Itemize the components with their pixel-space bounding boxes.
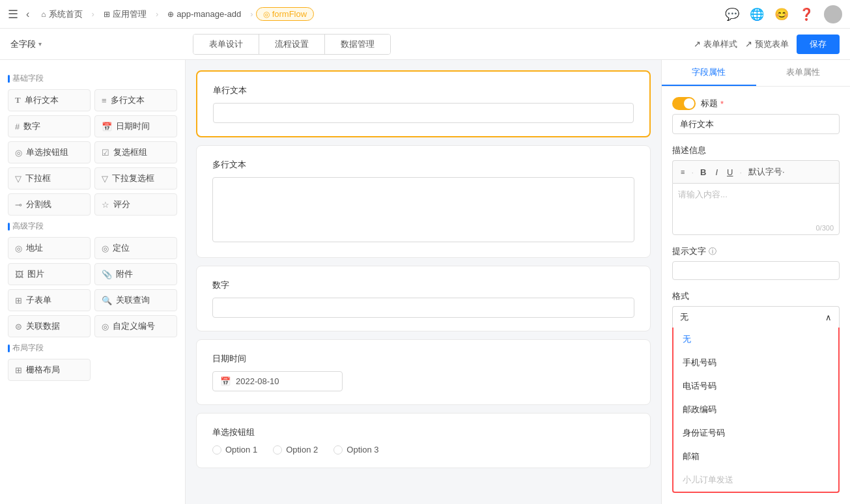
breadcrumb-sep-1: › (92, 9, 94, 19)
canvas-card-datetime[interactable]: 日期时间 📅 2022-08-10 (196, 339, 651, 405)
formflow-icon: ◎ (263, 10, 270, 19)
card-label-single-text: 单行文本 (213, 85, 634, 96)
radio-option-1[interactable]: Option 1 (212, 445, 257, 455)
canvas-card-multi-text[interactable]: 多行文本 (196, 145, 651, 258)
toolbar-sep-2: · (739, 167, 742, 177)
breadcrumb-app-manage[interactable]: ⊞ 应用管理 (97, 7, 153, 21)
title-input[interactable] (672, 114, 840, 134)
save-button[interactable]: 保存 (797, 35, 840, 54)
single-text-icon: T (15, 95, 21, 105)
format-option-none[interactable]: 无 (673, 328, 838, 351)
field-multi-dropdown[interactable]: ▽ 下拉复选框 (94, 167, 177, 189)
divider-icon: ⊸ (15, 200, 22, 210)
tab-form-design[interactable]: 表单设计 (193, 35, 259, 54)
radio-circle-1 (212, 445, 221, 455)
field-image[interactable]: 🖼 图片 (8, 263, 91, 285)
number-input[interactable] (212, 298, 634, 318)
breadcrumb-formflow[interactable]: ◎ formFlow (256, 7, 314, 21)
radio-icon: ◎ (15, 148, 22, 158)
format-option-mobile[interactable]: 手机号码 (673, 351, 838, 374)
field-address[interactable]: ◎ 地址 (8, 237, 91, 259)
field-single-text[interactable]: T 单行文本 (8, 89, 91, 111)
format-option-postal[interactable]: 邮政编码 (673, 398, 838, 421)
canvas-card-number[interactable]: 数字 (196, 266, 651, 331)
align-icon[interactable]: ≡ (678, 167, 687, 177)
hint-input[interactable] (672, 261, 840, 280)
field-assoc-query[interactable]: 🔍 关联查询 (94, 289, 177, 311)
calendar-icon: 📅 (220, 376, 231, 386)
field-assoc-data[interactable]: ⊜ 关联数据 (8, 315, 91, 337)
app-manage-icon: ⊞ (104, 10, 110, 19)
font-size-button[interactable]: 默认字号· (746, 165, 787, 179)
field-grid[interactable]: ⊞ 栅格布局 (8, 359, 91, 381)
menu-icon[interactable]: ☰ (8, 7, 18, 21)
tab-form-props[interactable]: 表单属性 (756, 60, 851, 86)
radio-option-3[interactable]: Option 3 (333, 445, 378, 455)
canvas-card-radio[interactable]: 单选按钮组 Option 1 Option 2 Option 3 (196, 413, 651, 468)
single-text-input[interactable] (213, 103, 634, 123)
second-bar: 全字段 ▾ 表单设计 流程设置 数据管理 ↗ 表单样式 ↗ 预览表单 保存 (0, 29, 850, 60)
field-radio[interactable]: ◎ 单选按钮组 (8, 141, 91, 163)
desc-body[interactable]: 请输入内容... 0/300 (672, 183, 840, 235)
top-nav: ☰ ‹ ⌂ 系统首页 › ⊞ 应用管理 › ⊕ app-manage-add ›… (0, 0, 850, 29)
back-button[interactable]: ‹ (26, 8, 29, 20)
field-location[interactable]: ◎ 定位 (94, 237, 177, 259)
multi-text-input[interactable] (212, 177, 634, 242)
radio-group: Option 1 Option 2 Option 3 (212, 445, 634, 455)
preview-button[interactable]: ↗ 预览表单 (745, 38, 789, 50)
assoc-data-icon: ⊜ (15, 322, 22, 331)
field-checkbox[interactable]: ☑ 复选框组 (94, 141, 177, 163)
field-dropdown[interactable]: ▽ 下拉框 (8, 167, 91, 189)
radio-option-2[interactable]: Option 2 (273, 445, 318, 455)
field-divider[interactable]: ⊸ 分割线 (8, 193, 91, 216)
breadcrumb: ⌂ 系统首页 › ⊞ 应用管理 › ⊕ app-manage-add › ◎ f… (35, 7, 314, 21)
datetime-icon: 📅 (102, 122, 112, 132)
field-dropdown[interactable]: 全字段 ▾ (10, 38, 42, 50)
tab-field-props[interactable]: 字段属性 (662, 60, 756, 86)
checkbox-icon: ☑ (102, 148, 109, 158)
preview-label: 预览表单 (755, 38, 789, 50)
basic-fields-title: 基础字段 (8, 73, 177, 84)
field-attachment[interactable]: 📎 附件 (94, 263, 177, 285)
radio-circle-2 (273, 445, 282, 455)
format-dropdown-list: 无 手机号码 电话号码 邮政编码 身份证号码 邮箱 (672, 328, 840, 493)
format-option-phone[interactable]: 电话号码 (673, 374, 838, 398)
title-prop-label: 标题 * (701, 98, 724, 109)
assoc-query-icon: 🔍 (102, 296, 112, 305)
hint-prop-label: 提示文字 ⓘ (672, 245, 840, 257)
breadcrumb-app-manage-add[interactable]: ⊕ app-manage-add (161, 8, 248, 20)
field-subtable[interactable]: ⊞ 子表单 (8, 289, 91, 311)
bold-button[interactable]: B (698, 166, 709, 178)
italic-button[interactable]: I (713, 166, 720, 178)
preview-icon: ↗ (745, 39, 752, 49)
globe-icon[interactable]: 🌐 (750, 7, 764, 21)
field-custom-no[interactable]: ◎ 自定义编号 (94, 315, 177, 337)
face-icon[interactable]: 😊 (774, 7, 789, 21)
field-number[interactable]: # 数字 (8, 115, 91, 137)
table-style-button[interactable]: ↗ 表单样式 (694, 38, 737, 50)
chat-icon[interactable]: 💬 (725, 7, 739, 21)
table-style-icon: ↗ (694, 39, 701, 49)
avatar[interactable] (824, 5, 842, 23)
main-layout: 基础字段 T 单行文本 ≡ 多行文本 # 数字 📅 日期时间 ◎ 单选按钮组 (0, 60, 850, 504)
canvas-card-single-text[interactable]: 单行文本 (196, 70, 651, 137)
tab-data-manage[interactable]: 数据管理 (325, 35, 390, 54)
breadcrumb-home[interactable]: ⌂ 系统首页 (35, 7, 89, 21)
format-label: 格式 (672, 290, 840, 302)
format-select[interactable]: 无 ∧ (672, 306, 840, 328)
format-option-email[interactable]: 邮箱 (673, 445, 838, 468)
format-chevron-up-icon: ∧ (825, 313, 832, 322)
card-label-multi-text: 多行文本 (212, 159, 634, 171)
field-multi-text[interactable]: ≡ 多行文本 (94, 89, 177, 111)
layout-fields-title: 布局字段 (8, 343, 177, 354)
date-input[interactable]: 📅 2022-08-10 (212, 371, 343, 391)
tab-flow-settings[interactable]: 流程设置 (259, 35, 325, 54)
title-toggle[interactable] (672, 97, 696, 110)
field-datetime[interactable]: 📅 日期时间 (94, 115, 177, 137)
format-option-idcard[interactable]: 身份证号码 (673, 421, 838, 445)
format-option-partial[interactable]: 小儿订单发送 (673, 468, 838, 492)
underline-button[interactable]: U (724, 166, 735, 178)
field-rating[interactable]: ☆ 评分 (94, 193, 177, 216)
required-marker: * (720, 99, 724, 109)
help-icon[interactable]: ❓ (799, 7, 814, 21)
